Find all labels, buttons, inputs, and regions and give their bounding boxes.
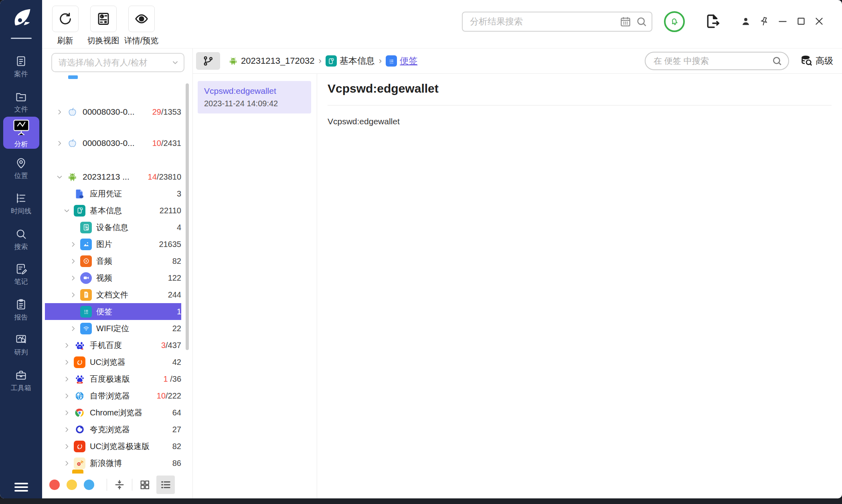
result-list-panel: Vcpswd:edgewallet 2023-11-24 14:09:42: [193, 74, 317, 498]
close-button[interactable]: [814, 16, 824, 26]
sidebar-item-files[interactable]: 文件: [14, 90, 28, 114]
red-tag-filter-dot[interactable]: [49, 480, 60, 490]
tree-row-app[interactable]: 百度极速版 1 /36: [45, 370, 181, 387]
chevron-down-icon[interactable]: [63, 207, 74, 214]
breadcrumb-section[interactable]: 基本信息: [340, 55, 375, 67]
chevron-right-icon[interactable]: [56, 140, 67, 147]
grid-view-icon[interactable]: [138, 478, 152, 492]
list-view-icon[interactable]: [156, 476, 175, 494]
advanced-label: 高级: [816, 55, 833, 67]
tree-row-subcategory[interactable]: 设备信息 4: [45, 219, 181, 236]
desktop-background-strip: [0, 498, 842, 504]
tree-row-app[interactable]: 自带浏览器 10/222: [45, 387, 181, 404]
result-count: 1 /36: [164, 374, 181, 384]
divider: [132, 479, 132, 491]
list-item-selected[interactable]: Vcpswd:edgewallet 2023-11-24 14:09:42: [198, 81, 311, 113]
chevron-right-icon[interactable]: [63, 443, 74, 450]
notes-pencil-icon: [15, 263, 27, 275]
tree-row-app[interactable]: 夸克浏览器 27: [45, 421, 181, 438]
chevron-right-icon[interactable]: [63, 460, 74, 467]
export-file-icon[interactable]: [704, 13, 721, 29]
chevron-right-icon[interactable]: [63, 409, 74, 416]
chevron-right-icon[interactable]: [63, 393, 74, 399]
chevron-right-icon[interactable]: [70, 291, 80, 298]
chevron-right-icon[interactable]: [63, 376, 74, 383]
branch-view-button[interactable]: [196, 52, 220, 70]
tree-row-device[interactable]: 20231213 ... 14/23810: [45, 168, 181, 185]
switch-view-button[interactable]: 切换视图: [84, 6, 122, 46]
tree-row-subcategory[interactable]: WIFI定位 22: [45, 320, 181, 337]
chevron-right-icon[interactable]: [63, 342, 74, 349]
tree-row-subcategory[interactable]: 视频 122: [45, 269, 181, 286]
tree-row-subcategory[interactable]: 音频 82: [45, 253, 181, 269]
refresh-button[interactable]: 刷新: [46, 6, 84, 46]
calendar-icon[interactable]: [619, 16, 632, 28]
result-count: 82: [172, 257, 181, 266]
tree-row-subcategory[interactable]: 文档文件 244: [45, 286, 181, 303]
tree-scrollbar[interactable]: [186, 83, 189, 350]
user-account-icon[interactable]: [741, 16, 751, 26]
tree-row-app[interactable]: 手机百度 3/437: [45, 337, 181, 354]
scoped-search-input[interactable]: 在 便签 中搜索: [645, 52, 789, 70]
chevron-right-icon[interactable]: [70, 241, 80, 248]
breadcrumb-page-link[interactable]: 便签: [400, 55, 417, 67]
chevron-right-icon[interactable]: [63, 426, 74, 433]
tree-row-app[interactable]: UC浏览器极速版 82: [45, 438, 181, 455]
chevron-right-icon[interactable]: [70, 325, 80, 332]
tree-row-category[interactable]: 基本信息 22110: [45, 202, 181, 219]
sidebar-item-timeline[interactable]: 时间线: [11, 192, 31, 216]
blue-tag-filter-dot[interactable]: [84, 480, 94, 490]
memo-icon: [80, 306, 92, 318]
result-count: 64: [172, 408, 181, 417]
maximize-button[interactable]: [796, 16, 806, 26]
pin-window-icon[interactable]: [759, 16, 769, 26]
chevron-right-icon[interactable]: [70, 258, 80, 265]
sidebar-item-analysis[interactable]: 分析: [3, 117, 39, 149]
video-icon: [80, 272, 92, 284]
tree-row-app[interactable]: Chrome浏览器 64: [45, 404, 181, 421]
search-icon[interactable]: [636, 16, 648, 28]
toolbar: 刷新 切换视图 详情/预览 分析结果搜索: [42, 0, 842, 49]
collapse-all-icon[interactable]: [113, 478, 126, 492]
sidebar-item-case[interactable]: 案件: [14, 55, 28, 79]
tree-row-category[interactable]: 应用凭证 3: [45, 185, 181, 202]
tree-row-device[interactable]: 00008030-0... 29/1353: [45, 103, 181, 120]
chrome-browser-icon: [74, 407, 85, 419]
minimize-button[interactable]: [777, 16, 788, 26]
advanced-search-button[interactable]: 高级: [800, 55, 833, 67]
chevron-right-icon[interactable]: [63, 359, 74, 366]
tree-row-memo-selected[interactable]: 便签 1: [45, 303, 181, 320]
sidebar-item-search[interactable]: 搜索: [14, 228, 28, 251]
search-icon[interactable]: [771, 55, 783, 67]
android-device-icon: [228, 56, 238, 66]
sidebar-item-report[interactable]: 报告: [14, 298, 28, 322]
main-area: 刷新 切换视图 详情/预览 分析结果搜索: [42, 0, 842, 498]
sidebar-item-location[interactable]: 位置: [14, 157, 28, 180]
stock-browser-icon: [74, 390, 85, 402]
tree-row-app[interactable]: UC浏览器 42: [45, 354, 181, 370]
result-count: 29/1353: [152, 107, 181, 117]
tree-scroll-area[interactable]: 00008030-0... 29/1353 00008030-0... 10/2…: [42, 72, 192, 474]
chevron-down-icon[interactable]: [56, 174, 67, 180]
global-search-input[interactable]: 分析结果搜索: [462, 12, 652, 32]
filter-placeholder: 请选择/输入持有人/检材: [59, 57, 171, 68]
analysis-icon: [11, 117, 32, 138]
scoped-search-placeholder: 在 便签 中搜索: [654, 55, 771, 67]
chevron-right-icon[interactable]: [70, 275, 80, 281]
owner-filter-select[interactable]: 请选择/输入持有人/检材: [51, 53, 184, 72]
breadcrumb-device[interactable]: 20231213_172032: [241, 56, 315, 66]
sidebar-item-judgment[interactable]: 研判: [14, 333, 28, 357]
detail-preview-button[interactable]: 详情/预览: [122, 6, 160, 46]
tree-row-subcategory[interactable]: 图片 21635: [45, 236, 181, 253]
yellow-tag-filter-dot[interactable]: [67, 480, 77, 490]
tree-bottom-toolbar: [42, 474, 192, 498]
tree-row-device[interactable]: 00008030-0... 10/2431: [45, 135, 181, 152]
sidebar-item-toolbox[interactable]: 工具箱: [11, 369, 31, 393]
notification-bell-badge[interactable]: [664, 11, 685, 32]
chevron-right-icon[interactable]: [56, 109, 67, 115]
quark-browser-icon: [74, 424, 85, 435]
search-placeholder: 分析结果搜索: [470, 16, 619, 28]
hamburger-menu-icon[interactable]: [14, 481, 28, 494]
tree-row-app[interactable]: 新浪微博 86: [45, 455, 181, 472]
sidebar-item-notes[interactable]: 笔记: [14, 263, 28, 286]
